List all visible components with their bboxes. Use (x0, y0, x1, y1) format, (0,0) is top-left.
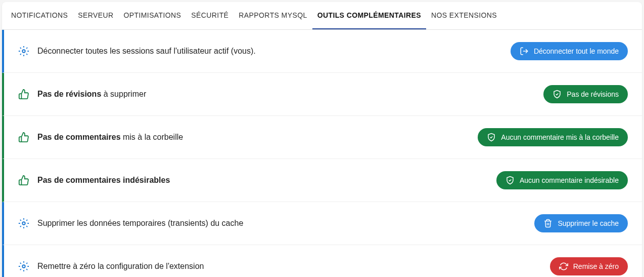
row-disconnect-sessions: Déconnecter toutes les sessions sauf l'u… (2, 30, 642, 73)
shield-check-icon (505, 176, 515, 185)
row-text: Pas de révisions à supprimer (37, 90, 543, 99)
svg-point-1 (22, 222, 25, 225)
refresh-icon (559, 262, 568, 271)
svg-point-0 (22, 50, 25, 53)
row-text-rest: mis à la corbeille (121, 133, 183, 141)
tabs-nav: NOTIFICATIONS SERVEUR OPTIMISATIONS SÉCU… (2, 2, 642, 30)
row-no-revisions: Pas de révisions à supprimer Pas de révi… (2, 73, 642, 116)
tab-nos-extensions[interactable]: NOS EXTENSIONS (426, 2, 502, 29)
row-text: Déconnecter toutes les sessions sauf l'u… (37, 47, 511, 56)
row-no-spam-comments: Pas de commentaires indésirables Aucun c… (2, 159, 642, 202)
shield-check-icon (487, 133, 496, 142)
trash-icon (543, 219, 553, 228)
thumbs-up-icon (18, 175, 29, 186)
button-label: Aucun commentaire indésirable (520, 176, 619, 184)
row-text-rest: à supprimer (101, 90, 146, 98)
no-trash-comments-button[interactable]: Aucun commentaire mis à la corbeille (478, 128, 628, 146)
settings-panel: NOTIFICATIONS SERVEUR OPTIMISATIONS SÉCU… (2, 2, 642, 277)
disconnect-all-button[interactable]: Déconnecter tout le monde (511, 42, 628, 60)
clear-cache-button[interactable]: Supprimer le cache (534, 214, 628, 232)
svg-point-2 (22, 265, 25, 268)
tool-rows: Déconnecter toutes les sessions sauf l'u… (2, 30, 642, 277)
row-no-trash-comments: Pas de commentaires mis à la corbeille A… (2, 116, 642, 159)
tab-outils-complementaires[interactable]: OUTILS COMPLÉMENTAIRES (312, 2, 426, 29)
gear-icon (18, 261, 29, 272)
row-clear-transients: Supprimer les données temporaires (trans… (2, 202, 642, 245)
shield-check-icon (553, 90, 562, 99)
row-text-strong: Pas de commentaires (37, 133, 121, 141)
reset-button[interactable]: Remise à zéro (550, 257, 628, 275)
row-text-strong: Pas de révisions (37, 90, 101, 98)
gear-icon (18, 218, 29, 229)
button-label: Remise à zéro (573, 262, 619, 270)
no-spam-comments-button[interactable]: Aucun commentaire indésirable (496, 171, 628, 189)
no-revisions-button[interactable]: Pas de révisions (543, 85, 628, 103)
tab-securite[interactable]: SÉCURITÉ (186, 2, 234, 29)
thumbs-up-icon (18, 89, 29, 100)
tab-rapports-mysql[interactable]: RAPPORTS MYSQL (234, 2, 312, 29)
row-text: Remettre à zéro la configuration de l'ex… (37, 262, 550, 271)
button-label: Supprimer le cache (558, 219, 619, 227)
row-text-strong: Pas de commentaires indésirables (37, 176, 170, 184)
button-label: Aucun commentaire mis à la corbeille (501, 133, 619, 141)
tab-serveur[interactable]: SERVEUR (73, 2, 118, 29)
row-text: Pas de commentaires indésirables (37, 176, 496, 185)
button-label: Pas de révisions (567, 90, 619, 98)
gear-icon (18, 46, 29, 57)
tab-notifications[interactable]: NOTIFICATIONS (6, 2, 73, 29)
row-text: Pas de commentaires mis à la corbeille (37, 133, 478, 142)
tab-optimisations[interactable]: OPTIMISATIONS (119, 2, 187, 29)
thumbs-up-icon (18, 132, 29, 143)
button-label: Déconnecter tout le monde (534, 47, 619, 55)
row-text: Supprimer les données temporaires (trans… (37, 219, 534, 228)
logout-icon (520, 47, 529, 56)
row-reset-config: Remettre à zéro la configuration de l'ex… (2, 245, 642, 277)
